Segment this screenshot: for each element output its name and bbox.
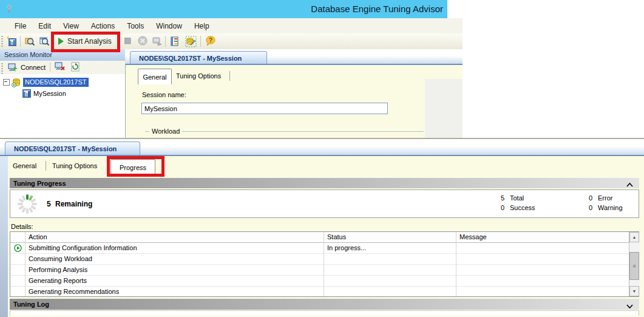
tab-general-top[interactable]: General: [138, 69, 172, 84]
vertical-scrollbar[interactable]: ▲ ≡ ▼: [629, 232, 640, 296]
menu-item-file[interactable]: File: [8, 22, 32, 30]
toolbar-separator: [200, 36, 201, 47]
expand-chevron-icon[interactable]: [626, 302, 633, 310]
scroll-down-icon[interactable]: ▼: [629, 286, 639, 296]
workload-label: Workload: [149, 128, 182, 135]
session-monitor-toolbar: Connect: [0, 61, 125, 75]
column-divider: [25, 232, 25, 296]
column-header-status[interactable]: Status: [327, 233, 346, 240]
menu-item-window[interactable]: Window: [150, 22, 188, 30]
page-right-margin: [425, 79, 463, 138]
action-cell: Consuming Workload: [29, 255, 92, 262]
view-session-icon[interactable]: [39, 36, 50, 47]
tab-general-bottom[interactable]: General: [13, 162, 36, 169]
table-row[interactable]: Submitting Configuration Information In …: [10, 243, 639, 254]
left-gutter: [0, 156, 8, 317]
refresh-icon[interactable]: [70, 62, 80, 73]
help-icon[interactable]: ?: [205, 36, 216, 47]
collapse-icon[interactable]: [3, 79, 10, 86]
main-toolbar: Start Analysis ?: [0, 33, 463, 50]
action-cell: Performing Analysis: [29, 266, 87, 273]
progress-tab-highlight: [107, 156, 164, 177]
tuning-log-header[interactable]: Tuning Log: [10, 299, 639, 310]
connect-icon: [8, 63, 18, 72]
tuning-log-body: [10, 310, 639, 316]
new-session-icon[interactable]: [6, 36, 17, 47]
in-progress-icon: [14, 244, 22, 253]
progress-spinner-icon: [16, 193, 38, 216]
toolbar-separator: [165, 36, 166, 47]
table-row[interactable]: Consuming Workload: [10, 254, 639, 265]
disconnect-icon[interactable]: [55, 62, 65, 72]
document-tab-bottom[interactable]: NODE5\SQL2017ST - MySession: [5, 141, 140, 155]
session-icon: [22, 89, 32, 98]
action-cell: Generating Recommendations: [29, 288, 119, 295]
tab-tuning-options-top[interactable]: Tuning Options: [176, 72, 221, 80]
toolbar-grip: [1, 63, 3, 74]
table-row[interactable]: Performing Analysis: [10, 265, 639, 276]
tab-general-label: General: [143, 73, 166, 81]
session-name-label: Session name:: [142, 91, 186, 98]
svg-text:?: ?: [209, 37, 212, 44]
document-tab-label: NODE5\SQL2017ST - MySession: [139, 55, 242, 62]
server-node-label[interactable]: NODE5\SQL2017ST: [23, 78, 89, 87]
column-header-action[interactable]: Action: [29, 233, 47, 240]
session-node-label: MySession: [33, 90, 66, 97]
action-cell: Generating Reports: [29, 277, 87, 284]
details-label: Details:: [11, 223, 33, 230]
stop-analysis-icon[interactable]: [124, 38, 135, 49]
server-icon: [12, 78, 21, 87]
table-header-row: Action Status Message: [10, 232, 639, 243]
tree-item-server[interactable]: NODE5\SQL2017ST: [3, 77, 89, 87]
reports-icon[interactable]: [169, 36, 180, 47]
action-cell: Submitting Configuration Information: [29, 244, 137, 251]
remaining-count: 5: [47, 200, 51, 208]
tab-separator: [229, 71, 230, 81]
tab-separator: [46, 161, 46, 171]
start-analysis-highlight: [51, 32, 120, 52]
connect-label: Connect: [21, 64, 46, 71]
menu-item-view[interactable]: View: [57, 22, 85, 30]
open-session-icon[interactable]: [24, 36, 35, 47]
remaining-label: Remaining: [55, 200, 92, 208]
status-cell: In progress...: [327, 244, 366, 251]
document-tab[interactable]: NODE5\SQL2017ST - MySession: [130, 51, 267, 64]
title-bar: Database Engine Tuning Advisor: [0, 0, 447, 18]
menu-item-tools[interactable]: Tools: [121, 22, 150, 30]
progress-summary: 5 Remaining 5 Total 0 Success 0 Error 0 …: [10, 189, 639, 218]
document-tab-bottom-label: NODE5\SQL2017ST - MySession: [14, 145, 117, 152]
cancel-icon[interactable]: [138, 36, 149, 47]
session-monitor-title: Session Monitor: [4, 51, 52, 58]
counter-warning: 0 Warning: [586, 204, 623, 211]
table-row[interactable]: Generating Reports: [10, 276, 639, 287]
column-header-message[interactable]: Message: [459, 233, 487, 240]
tuning-log-title: Tuning Log: [13, 301, 49, 308]
tuning-progress-header[interactable]: Tuning Progress: [10, 178, 639, 188]
collapse-chevron-icon[interactable]: [626, 181, 633, 188]
counter-error: 0 Error: [586, 194, 612, 202]
menu-item-actions[interactable]: Actions: [85, 22, 121, 30]
connect-button[interactable]: Connect: [6, 62, 47, 73]
toolbar-separator: [50, 63, 50, 72]
tuning-options-icon[interactable]: [185, 36, 196, 47]
tuning-progress-title: Tuning Progress: [13, 180, 66, 187]
menu-item-edit[interactable]: Edit: [32, 22, 57, 30]
tab-tuning-options-bottom[interactable]: Tuning Options: [52, 162, 97, 169]
window-title: Database Engine Tuning Advisor: [311, 4, 443, 14]
menu-item-help[interactable]: Help: [188, 22, 215, 30]
toolbar-separator: [20, 36, 21, 47]
session-tree: NODE5\SQL2017ST MySession: [0, 74, 126, 138]
column-divider: [456, 232, 456, 296]
app-icon: [5, 4, 16, 16]
database-engine-tuning-advisor: Database Engine Tuning Advisor File Edit…: [0, 0, 644, 317]
counter-success: 0 Success: [498, 204, 535, 211]
scroll-up-icon[interactable]: ▲: [629, 232, 639, 242]
details-table: Action Status Message Submitting Configu…: [10, 231, 639, 297]
workload-groupbox: [145, 131, 424, 132]
scrollbar-thumb[interactable]: ≡: [629, 252, 639, 280]
tree-item-session[interactable]: MySession: [22, 88, 66, 98]
table-row[interactable]: Generating Recommendations: [10, 287, 639, 298]
column-divider: [324, 232, 324, 296]
session-name-input[interactable]: [141, 103, 388, 114]
export-results-icon[interactable]: [152, 36, 163, 47]
